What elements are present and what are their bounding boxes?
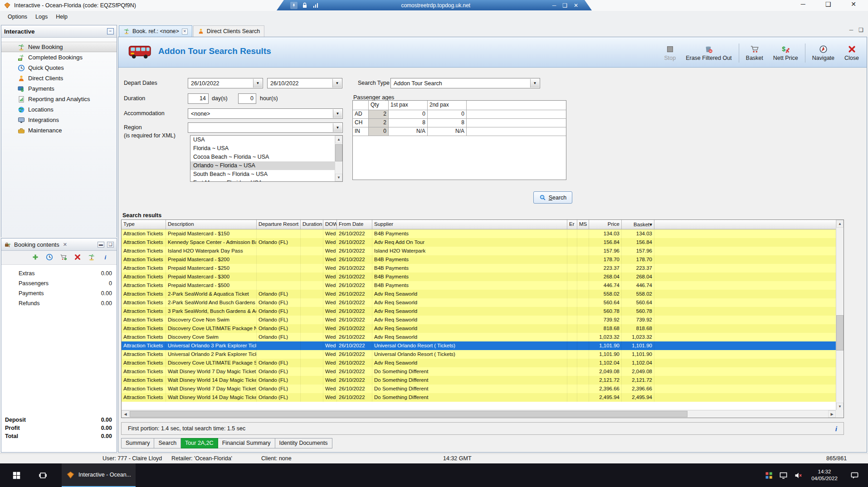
column-header-basket[interactable]: Basket▾ [622,220,654,229]
pax-age1-cell[interactable]: 8 [389,119,428,127]
booking-toolbar-plus-button[interactable] [32,253,39,262]
booking-toolbar-delete-x-button[interactable] [74,253,81,262]
region-scrollbar[interactable]: ▲ ▼ [335,136,342,181]
tab-direct-clients-search[interactable]: Direct Clients Search [193,25,264,37]
column-header-er[interactable]: Er [567,220,577,229]
pax-age2-cell[interactable]: 8 [428,119,467,127]
results-vertical-scrollbar[interactable]: ▲ ▼ [836,220,844,410]
menu-item-help[interactable]: Help [52,12,72,21]
result-row[interactable]: Attraction Tickets2-Park SeaWorld And Bu… [122,298,836,307]
sidebar-item-locations[interactable]: Locations [1,104,117,115]
result-row[interactable]: Attraction TicketsDiscovery Cove ULTIMAT… [122,324,836,333]
chevron-down-icon[interactable]: ▼ [333,123,342,132]
booking-toolbar-clock-button[interactable] [46,253,53,262]
sidebar-item-integrations[interactable]: Integrations [1,115,117,125]
tab-book-ref-none-[interactable]: Book. ref.: <none>✕ [119,25,192,37]
rdp-close-icon[interactable]: ✕ [574,2,578,9]
task-view-button[interactable] [32,463,54,487]
column-header-ms[interactable]: MS [577,220,589,229]
pax-qty-cell[interactable]: 0 [369,127,389,136]
column-header-price[interactable]: Price [589,220,622,229]
region-list-item[interactable]: USA [190,136,342,144]
results-horizontal-scrollbar[interactable]: ◀ ▶ [122,410,836,418]
column-header-duration[interactable]: Duration [301,220,323,229]
pax-age1-cell[interactable]: 0 [389,110,428,118]
bottom-tab-tour-2a-2c[interactable]: Tour 2A,2C [181,438,218,448]
notification-center-button[interactable] [845,463,863,487]
rdp-restore-icon[interactable]: ❑ [562,2,567,9]
duration-days-input[interactable]: 14 [188,93,209,104]
rdp-minimize-icon[interactable]: ─ [552,2,556,9]
booking-toolbar-info-button[interactable]: i [102,253,109,262]
window-minimize-icon[interactable]: ─ [801,0,805,8]
pax-qty-cell[interactable]: 2 [369,119,389,127]
column-header-description[interactable]: Description [166,220,257,229]
start-button[interactable] [5,463,27,487]
pax-qty-cell[interactable]: 2 [369,110,389,118]
result-row[interactable]: Attraction TicketsPrepaid Mastercard - $… [122,255,836,264]
bottom-tab-search[interactable]: Search [154,438,181,448]
search-button[interactable]: Search [533,191,572,204]
passenger-grid-row[interactable]: CH288 [353,119,566,127]
taskbar-clock[interactable]: 14:32 04/05/2022 [806,468,843,482]
tray-app-button[interactable] [762,463,775,487]
search-type-combo[interactable]: Addon Tour Search ▼ [390,78,540,88]
result-row[interactable]: Attraction TicketsUniversal Orlando 2 Pa… [122,350,836,359]
chevron-down-icon[interactable]: ▼ [253,79,262,88]
mdi-minimize-icon[interactable]: ─ [849,27,853,33]
result-row[interactable]: Attraction TicketsDiscovery Cove SwimOrl… [122,333,836,341]
result-row[interactable]: Attraction TicketsKennedy Space Center -… [122,238,836,247]
scrollbar-thumb[interactable] [130,411,688,417]
tab-close-icon[interactable]: ✕ [182,29,188,34]
scrollbar-thumb[interactable] [335,144,342,161]
column-header-resort[interactable]: Departure Resort [257,220,301,229]
navigate-button[interactable]: Navigate [807,45,839,61]
booking-toolbar-palm-tree-button[interactable] [88,253,95,262]
duration-hours-input[interactable]: 0 [238,93,256,104]
panel-collapse-icon[interactable]: − [107,28,114,34]
result-row[interactable]: Attraction TicketsDiscovery Cove Non Swi… [122,316,836,324]
network-tray-button[interactable] [776,463,790,487]
scrollbar-thumb[interactable] [836,315,844,351]
result-row[interactable]: Attraction TicketsPrepaid Mastercard - $… [122,281,836,290]
chevron-down-icon[interactable]: ▼ [332,79,341,88]
region-list-item[interactable]: Cocoa Beach ~ Florida ~ USA [190,153,342,161]
region-list-item[interactable]: Orlando ~ Florida ~ USA [190,161,342,170]
region-list-item[interactable]: Florida ~ USA [190,144,342,153]
menu-item-options[interactable]: Options [4,12,31,21]
pin-icon[interactable] [290,2,297,9]
scroll-right-icon[interactable]: ▶ [828,410,836,418]
pax-age2-cell[interactable]: N/A [428,127,467,136]
sidebar-item-reporting-and-analytics[interactable]: Reporting and Analytics [1,94,117,104]
depart-date-to-combo[interactable]: 26/10/2022 ▼ [267,78,342,88]
pax-age1-cell[interactable]: N/A [389,127,428,136]
sidebar-item-direct-clients[interactable]: Direct Clients [1,73,117,83]
accommodation-combo[interactable]: <none> ▼ [188,108,343,119]
scroll-left-icon[interactable]: ◀ [122,410,129,418]
taskbar-app-button[interactable]: Interactive - Ocean... [62,463,136,487]
scroll-down-icon[interactable]: ▼ [335,174,342,181]
sidebar-item-completed-bookings[interactable]: Completed Bookings [1,52,117,63]
result-row[interactable]: Attraction TicketsWalt Disney World 14 D… [122,393,836,402]
result-row[interactable]: Attraction Tickets3 Park SeaWorld, Busch… [122,307,836,316]
result-row[interactable]: Attraction TicketsIsland H2O Waterpark D… [122,247,836,255]
pax-age2-cell[interactable]: 0 [428,110,467,118]
sidebar-item-maintenance[interactable]: Maintenance [1,125,117,136]
sidebar-item-payments[interactable]: $Payments [1,83,117,94]
chevron-down-icon[interactable]: ▼ [333,109,342,118]
scroll-down-icon[interactable]: ▼ [836,403,844,410]
result-row[interactable]: Attraction TicketsDiscovery Cove ULTIMAT… [122,359,836,367]
result-row[interactable]: Attraction TicketsPrepaid Mastercard - $… [122,229,836,238]
bottom-tab-financial-summary[interactable]: Financial Summary [218,438,275,448]
result-row[interactable]: Attraction TicketsUniversal Orlando 3 Pa… [122,341,836,350]
column-header-type[interactable]: Type [122,220,166,229]
erase-filtered-out-button[interactable]: Erase Filtered Out [681,45,736,61]
sidebar-item-new-booking[interactable]: New Booking [1,42,117,52]
result-row[interactable]: Attraction TicketsPrepaid Mastercard - $… [122,273,836,281]
result-row[interactable]: Attraction TicketsPrepaid Mastercard - $… [122,264,836,273]
chevron-down-icon[interactable]: ▼ [530,79,539,88]
result-row[interactable]: Attraction TicketsWalt Disney World 14 D… [122,376,836,385]
booking-panel-minimize-icon[interactable]: ▬ [98,242,104,248]
volume-tray-button[interactable] [791,463,805,487]
sidebar-item-quick-quotes[interactable]: Quick Quotes [1,63,117,73]
